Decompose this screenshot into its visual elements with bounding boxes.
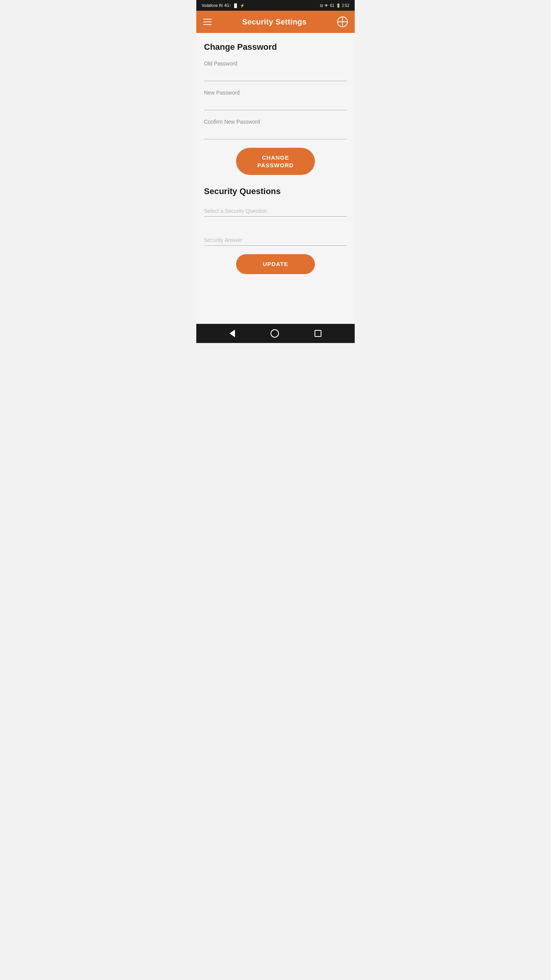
hamburger-line-1 xyxy=(203,19,212,20)
update-button[interactable]: UPDATE xyxy=(236,254,315,274)
status-right: ⊟ 👁 61 🔋 2:52 xyxy=(320,3,349,8)
globe-icon[interactable] xyxy=(337,16,348,27)
change-password-title: Change Password xyxy=(204,42,347,52)
old-password-input[interactable] xyxy=(204,69,347,81)
main-content: Change Password Old Password New Passwor… xyxy=(196,33,355,324)
confirm-password-group: Confirm New Password xyxy=(204,119,347,139)
recents-square-icon xyxy=(315,330,321,337)
security-answer-input[interactable] xyxy=(204,234,347,246)
security-question-select[interactable]: Select a Security Question What is your … xyxy=(204,205,347,217)
status-left: Vodafone IN 4G↑ ▐▌ ⚡ xyxy=(202,3,245,8)
old-password-group: Old Password xyxy=(204,60,347,81)
hamburger-line-3 xyxy=(203,24,212,25)
change-password-button[interactable]: CHANGEPASSWORD xyxy=(236,148,315,175)
recents-button[interactable] xyxy=(315,330,321,337)
bottom-nav xyxy=(196,324,355,343)
home-circle-icon xyxy=(271,329,279,338)
time-text: 2:52 xyxy=(342,3,349,8)
network-type: 4G↑ xyxy=(224,3,231,8)
new-password-input[interactable] xyxy=(204,98,347,110)
hamburger-line-2 xyxy=(203,21,212,22)
confirm-password-input[interactable] xyxy=(204,127,347,139)
security-questions-title: Security Questions xyxy=(204,186,347,196)
page-title: Security Settings xyxy=(242,18,306,26)
change-password-section: Change Password Old Password New Passwor… xyxy=(204,42,347,175)
eye-icon: 👁 xyxy=(324,3,328,8)
new-password-label: New Password xyxy=(204,90,347,96)
old-password-label: Old Password xyxy=(204,60,347,67)
menu-button[interactable] xyxy=(203,19,212,25)
new-password-group: New Password xyxy=(204,90,347,110)
security-question-group: Select a Security Question What is your … xyxy=(204,205,347,225)
battery-text: 61 xyxy=(330,3,334,8)
usb-icon: ⚡ xyxy=(240,3,245,8)
confirm-password-label: Confirm New Password xyxy=(204,119,347,125)
security-questions-section: Security Questions Select a Security Que… xyxy=(204,186,347,274)
home-button[interactable] xyxy=(271,329,279,338)
signal-icon: ▐▌ xyxy=(233,3,238,8)
carrier-text: Vodafone IN xyxy=(202,3,223,8)
vibrate-icon: ⊟ xyxy=(320,3,323,8)
back-arrow-icon xyxy=(230,330,235,337)
back-button[interactable] xyxy=(230,330,235,337)
app-bar: Security Settings xyxy=(196,11,355,33)
status-bar: Vodafone IN 4G↑ ▐▌ ⚡ ⊟ 👁 61 🔋 2:52 xyxy=(196,0,355,11)
security-answer-group xyxy=(204,234,347,246)
battery-icon: 🔋 xyxy=(336,3,341,8)
